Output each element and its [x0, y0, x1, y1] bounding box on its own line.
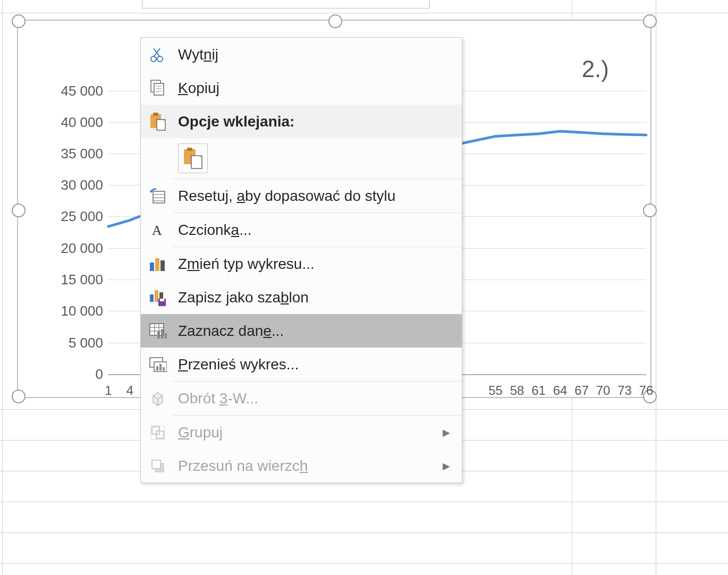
menu-label: Przesuń na wierzch — [178, 458, 308, 475]
resize-handle-nw[interactable] — [12, 14, 26, 28]
chart-type-icon — [147, 253, 168, 275]
x-tick-label: 1 — [105, 383, 112, 398]
menu-rotate-3d: Obrót 3-W... — [141, 382, 462, 415]
svg-rect-39 — [152, 427, 159, 434]
svg-rect-31 — [157, 331, 160, 339]
y-tick-label: 15 000 — [47, 272, 103, 288]
svg-rect-41 — [151, 426, 165, 439]
x-tick-label: 76 — [639, 383, 654, 398]
resize-handle-w[interactable] — [12, 204, 26, 217]
menu-save-template[interactable]: Zapisz jako szablon — [141, 281, 462, 314]
svg-rect-40 — [156, 431, 164, 438]
excel-chart-area-with-context-menu: 2.) 45 000 40 000 35 000 30 000 25 000 2… — [0, 0, 728, 575]
copy-icon — [147, 78, 168, 99]
svg-rect-25 — [160, 299, 164, 301]
menu-reset-style[interactable]: Resetuj, aby dopasować do stylu — [141, 179, 462, 213]
svg-rect-38 — [163, 367, 165, 370]
x-tick-label: 55 — [488, 383, 503, 398]
reset-icon — [147, 185, 168, 207]
font-icon: A — [147, 219, 168, 241]
save-template-icon — [147, 287, 168, 308]
svg-rect-20 — [160, 260, 165, 271]
submenu-arrow-icon: ▶ — [443, 460, 450, 472]
menu-label: Wytnij — [178, 46, 218, 63]
svg-rect-32 — [161, 329, 164, 339]
svg-rect-13 — [153, 191, 165, 203]
y-tick-label: 45 000 — [47, 83, 103, 99]
menu-label: Zaznacz dane... — [178, 323, 284, 340]
cube-icon — [147, 388, 168, 409]
resize-handle-sw[interactable] — [12, 390, 26, 403]
svg-rect-33 — [165, 333, 167, 339]
menu-label: Resetuj, aby dopasować do stylu — [178, 188, 395, 205]
svg-point-1 — [157, 56, 163, 62]
svg-rect-21 — [150, 294, 154, 302]
cut-icon — [147, 44, 168, 65]
menu-label: Zmień typ wykresu... — [178, 256, 315, 273]
x-tick-label: 61 — [531, 383, 546, 398]
menu-paste-option-row — [141, 138, 462, 179]
y-tick-label: 40 000 — [47, 114, 103, 131]
x-tick-label: 58 — [510, 383, 524, 398]
svg-rect-18 — [150, 263, 154, 271]
select-data-icon — [147, 320, 168, 342]
y-tick-label: 20 000 — [47, 240, 103, 257]
bring-front-icon — [147, 455, 168, 477]
paste-option-default[interactable] — [178, 143, 208, 173]
svg-point-0 — [151, 56, 156, 62]
chart-context-menu: Wytnij Kopiuj Opcje wklejania: Resetuj, — [140, 37, 462, 483]
group-icon — [147, 422, 168, 443]
menu-cut[interactable]: Wytnij — [141, 38, 462, 71]
floating-object-placeholder[interactable] — [142, 0, 430, 9]
svg-rect-36 — [156, 366, 158, 370]
menu-group: Grupuj ▶ — [141, 416, 462, 449]
menu-label: Opcje wklejania: — [178, 113, 294, 130]
y-tick-label: 35 000 — [47, 146, 103, 162]
menu-label: Czcionka... — [178, 222, 252, 239]
menu-copy[interactable]: Kopiuj — [141, 71, 462, 105]
menu-label: Zapisz jako szablon — [178, 289, 309, 306]
x-tick-label: 70 — [596, 383, 611, 398]
menu-move-chart[interactable]: Przenieś wykres... — [141, 348, 462, 381]
y-tick-label: 0 — [47, 366, 103, 383]
x-tick-label: 67 — [574, 383, 589, 398]
menu-bring-front: Przesuń na wierzch ▶ — [141, 449, 462, 483]
svg-rect-43 — [152, 460, 160, 469]
x-tick-label: 4 — [126, 383, 133, 398]
paste-icon — [147, 111, 168, 132]
menu-label: Przenieś wykres... — [178, 356, 299, 373]
menu-label: Kopiuj — [178, 80, 219, 97]
x-tick-label: 73 — [617, 383, 632, 398]
svg-rect-37 — [159, 364, 162, 370]
svg-rect-8 — [153, 113, 158, 116]
menu-label: Grupuj — [178, 424, 223, 441]
submenu-arrow-icon: ▶ — [443, 427, 450, 438]
y-tick-label: 5 000 — [47, 335, 103, 351]
y-tick-label: 25 000 — [47, 208, 103, 225]
svg-rect-19 — [155, 258, 159, 271]
move-chart-icon — [147, 354, 168, 375]
y-tick-label: 30 000 — [47, 177, 103, 193]
y-tick-label: 10 000 — [47, 303, 103, 319]
resize-handle-ne[interactable] — [643, 14, 657, 28]
x-tick-label: 64 — [553, 383, 568, 398]
menu-label: Obrót 3-W... — [178, 390, 258, 407]
menu-font[interactable]: A Czcionka... — [141, 213, 462, 247]
resize-handle-n[interactable] — [328, 14, 342, 28]
svg-rect-11 — [187, 148, 192, 151]
chart-title-fragment[interactable]: 2.) — [582, 56, 609, 82]
svg-rect-22 — [155, 290, 158, 302]
svg-rect-3 — [154, 83, 164, 95]
menu-paste-options-header: Opcje wklejania: — [141, 105, 462, 138]
svg-text:A: A — [152, 223, 162, 238]
menu-select-data[interactable]: Zaznacz dane... — [141, 314, 462, 348]
menu-change-chart-type[interactable]: Zmień typ wykresu... — [141, 247, 462, 281]
